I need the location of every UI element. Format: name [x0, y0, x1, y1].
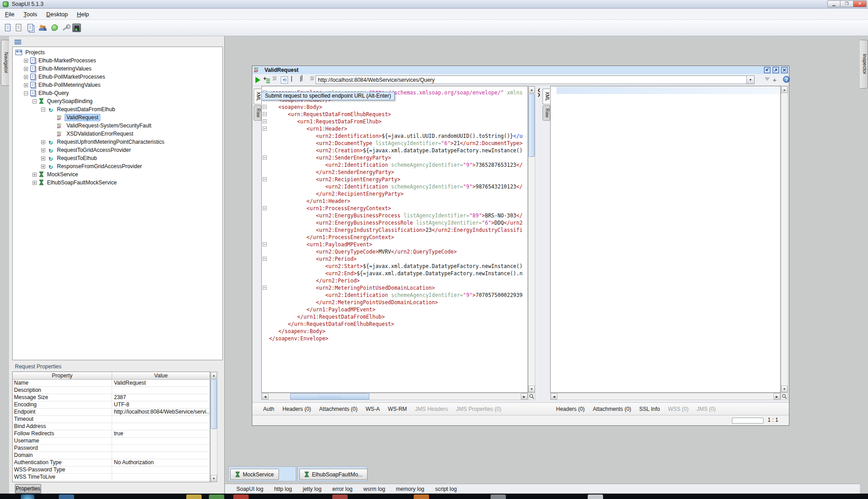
scrollbar-thumb[interactable] [528, 94, 535, 157]
navigator-options-icon[interactable] [14, 40, 21, 45]
log-tab-soapui-log[interactable]: SoapUI log [236, 486, 263, 492]
new-project-icon[interactable] [4, 24, 12, 32]
expand-toggle-icon[interactable]: + [33, 173, 37, 177]
fold-collapse-icon[interactable]: − [263, 206, 267, 210]
property-value[interactable] [112, 416, 210, 423]
log-tab-jetty-log[interactable]: jetty log [303, 486, 321, 492]
scrollbar-thumb[interactable] [290, 393, 369, 400]
scroll-down-icon[interactable]: ▼ [781, 386, 788, 392]
tree-item-mockservice[interactable]: +MockService [13, 170, 222, 179]
request-xml-editor[interactable]: −−−−−−−−−−− <soapenv:Envelope xmlns:soap… [261, 86, 528, 393]
taskbar-button-sliver[interactable] [491, 494, 506, 499]
request-view-tab-xml[interactable]: XML [254, 89, 261, 104]
property-row-description[interactable]: Description [13, 387, 210, 394]
property-value[interactable]: UTF-8 [112, 401, 210, 408]
taskbar-button-sliver[interactable] [332, 494, 348, 499]
expand-toggle-icon[interactable]: + [41, 140, 45, 144]
menu-desktop[interactable]: Desktop [42, 9, 72, 19]
add-to-testcase-icon[interactable] [263, 76, 270, 84]
request-window-titlebar[interactable]: SOAP ValidRequest [252, 66, 789, 74]
fold-collapse-icon[interactable]: − [263, 127, 267, 131]
menu-file[interactable]: File [1, 9, 19, 19]
expand-toggle-icon[interactable]: + [24, 59, 28, 63]
response-tab-attachments-0-[interactable]: Attachments (0) [593, 406, 631, 412]
property-row-authentication-type[interactable]: Authentication TypeNo Authorization [13, 459, 210, 466]
forum-people-icon[interactable] [39, 24, 47, 32]
recreate-request-icon[interactable]: ⟲ [281, 76, 288, 84]
expand-toggle-icon[interactable]: + [41, 156, 45, 160]
property-value[interactable]: true [112, 430, 210, 437]
elhubsoapfault-minimized-button[interactable]: ElhubSoapFaultMo... [299, 469, 368, 480]
fold-collapse-icon[interactable]: − [263, 119, 267, 123]
request-view-tab-raw[interactable]: Raw [254, 105, 261, 121]
tree-item-elhub-meteringvalues[interactable]: +Elhub-MeteringValues [13, 65, 222, 73]
tree-item-requestdatafromelhub[interactable]: −↻RequestDataFromElhub [13, 105, 222, 113]
menu-tools[interactable]: Tools [19, 9, 41, 19]
request-tab-attachments-0-[interactable]: Attachments (0) [319, 406, 358, 412]
expand-toggle-icon[interactable]: + [41, 165, 45, 169]
log-tab-http-log[interactable]: http log [274, 486, 292, 492]
property-row-follow-redirects[interactable]: Follow Redirectstrue [13, 430, 210, 438]
proxy-monitor-icon[interactable] [72, 24, 81, 32]
navigator-side-tab[interactable]: Navigator [1, 40, 9, 86]
scroll-up-icon[interactable]: ▲ [528, 86, 535, 93]
close-button[interactable]: ✕ [854, 0, 867, 7]
collapse-right-icon[interactable]: ❯ [535, 93, 542, 97]
response-horizontal-scrollbar[interactable]: ◀ ▶ [550, 393, 781, 400]
expand-toggle-icon[interactable]: + [24, 83, 28, 87]
tree-item-elhub-pollmarketprocesses[interactable]: +Elhub-PollMarketProcesses [13, 73, 222, 81]
taskbar-button-sliver[interactable] [588, 494, 603, 499]
fold-collapse-icon[interactable]: − [263, 105, 267, 109]
response-magnifier-icon[interactable] [781, 393, 788, 400]
properties-scrollbar[interactable]: ▲ ▼ [210, 372, 217, 482]
property-row-bind-address[interactable]: Bind Address [13, 423, 210, 430]
tree-item-projects[interactable]: Projects [13, 48, 222, 56]
scroll-up-icon[interactable]: ▲ [781, 86, 788, 93]
start-orb-sliver[interactable] [21, 494, 34, 499]
collapse-toggle-icon[interactable]: − [33, 99, 37, 104]
soap-icon[interactable]: SOAP [273, 76, 280, 84]
property-value[interactable] [112, 445, 210, 452]
scroll-up-icon[interactable]: ▲ [211, 372, 217, 379]
maximize-button[interactable]: ❐ [840, 0, 854, 7]
tree-item-querysoapbinding[interactable]: −QuerySoapBinding [13, 97, 222, 105]
response-vertical-scrollbar[interactable]: ▲ ▼ [781, 86, 788, 393]
close-window-icon[interactable] [781, 67, 788, 73]
goto-line-box[interactable] [732, 418, 764, 424]
property-value[interactable] [112, 423, 210, 430]
fold-collapse-icon[interactable]: − [263, 257, 267, 261]
expand-toggle-icon[interactable]: + [24, 67, 28, 71]
copy-project-icon[interactable] [26, 24, 35, 32]
scroll-right-icon[interactable]: ▶ [521, 393, 528, 400]
tree-item-validrequest[interactable]: SOAPValidRequest [13, 113, 222, 122]
fold-collapse-icon[interactable]: − [263, 177, 267, 181]
tree-item-xsdvalidationerrorrequest[interactable]: SOAPXSDValidationErrorRequest [13, 130, 222, 138]
taskbar-button-sliver[interactable] [186, 494, 202, 499]
property-value[interactable]: ValidRequest [112, 380, 210, 386]
mockservice-minimized-button[interactable]: MockService [230, 469, 279, 480]
menu-help[interactable]: Help [73, 9, 93, 19]
log-tab-wsrm-log[interactable]: wsrm log [363, 486, 385, 492]
property-row-domain[interactable]: Domain [13, 452, 210, 459]
properties-minimized-button[interactable]: Properties [15, 484, 41, 494]
expand-toggle-icon[interactable]: + [24, 75, 28, 79]
response-view-tab-raw[interactable]: Raw [542, 105, 550, 121]
property-row-endpoint[interactable]: Endpointhttp://localhost:8084/WebService… [13, 409, 210, 416]
tree-item-elhubsoapfaultmockservice[interactable]: +ElhubSoapFaultMockService [13, 179, 222, 187]
property-row-wss-password-type[interactable]: WSS-Password Type [13, 466, 210, 474]
response-tab-headers-0-[interactable]: Headers (0) [556, 406, 585, 412]
property-row-password[interactable]: Password [13, 445, 210, 452]
property-row-message-size[interactable]: Message Size2387 [13, 394, 210, 401]
property-row-username[interactable]: Username [13, 438, 210, 445]
request-help-icon[interactable]: ? [783, 76, 790, 83]
scrollbar-thumb[interactable] [211, 379, 217, 429]
property-value[interactable] [112, 438, 210, 444]
endpoint-url-input[interactable] [316, 76, 746, 84]
request-tab-auth[interactable]: Auth [263, 406, 274, 412]
scroll-left-icon[interactable]: ◀ [551, 393, 557, 400]
tree-item-requesttogridaccessprovider[interactable]: +↻RequestToGridAccessProvider [13, 146, 222, 154]
property-value[interactable] [112, 466, 210, 473]
taskbar-button-sliver[interactable] [209, 494, 224, 499]
collapse-toggle-icon[interactable]: − [24, 91, 28, 95]
property-row-timeout[interactable]: Timeout [13, 416, 210, 423]
